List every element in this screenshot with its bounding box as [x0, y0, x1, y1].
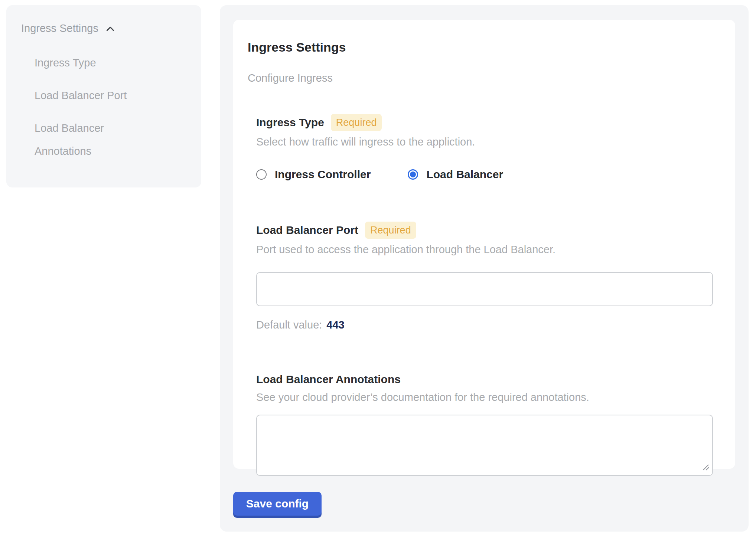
field-load-balancer-annotations-header: Load Balancer Annotations	[256, 372, 713, 386]
radio-selected-icon	[408, 169, 418, 180]
default-value-label: Default value:	[256, 319, 322, 331]
settings-panel: Ingress Settings Configure Ingress Ingre…	[220, 5, 749, 532]
load-balancer-port-input[interactable]	[256, 272, 713, 306]
sidebar-item-load-balancer-port[interactable]: Load Balancer Port	[35, 84, 157, 107]
radio-option-ingress-controller[interactable]: Ingress Controller	[256, 168, 371, 181]
form-fields: Ingress Type Required Select how traffic…	[256, 114, 713, 476]
load-balancer-annotations-textarea[interactable]	[256, 415, 713, 476]
page-title: Ingress Settings	[248, 40, 713, 55]
ingress-type-radio-group: Ingress Controller Load Balancer	[256, 168, 713, 181]
chevron-up-icon	[104, 23, 116, 35]
sidebar-item-ingress-type[interactable]: Ingress Type	[35, 51, 157, 74]
field-load-balancer-port-header: Load Balancer Port Required	[256, 222, 713, 239]
radio-unselected-icon	[256, 169, 267, 180]
settings-nav-sidebar: Ingress Settings Ingress Type Load Balan…	[6, 5, 201, 187]
sidebar-item-load-balancer-annotations[interactable]: Load Balancer Annotations	[35, 117, 157, 163]
field-description: Select how traffic will ingress to the a…	[256, 135, 713, 149]
annotations-textarea-wrap	[256, 415, 713, 476]
sidebar-section-label: Ingress Settings	[21, 22, 98, 35]
radio-option-label: Ingress Controller	[275, 168, 371, 181]
required-badge: Required	[365, 222, 416, 239]
required-badge: Required	[331, 114, 382, 131]
radio-option-load-balancer[interactable]: Load Balancer	[408, 168, 503, 181]
default-value-number: 443	[326, 319, 344, 331]
save-config-button[interactable]: Save config	[233, 492, 322, 516]
field-label: Load Balancer Annotations	[256, 372, 401, 386]
sidebar-item-list: Ingress Type Load Balancer Port Load Bal…	[21, 51, 186, 163]
field-ingress-type: Ingress Type Required Select how traffic…	[256, 114, 713, 181]
field-ingress-type-header: Ingress Type Required	[256, 114, 713, 131]
field-label: Load Balancer Port	[256, 223, 358, 237]
ingress-settings-card: Ingress Settings Configure Ingress Ingre…	[233, 20, 735, 469]
field-description: See your cloud provider’s documentation …	[256, 390, 713, 404]
page-subtitle: Configure Ingress	[248, 72, 713, 84]
field-load-balancer-annotations: Load Balancer Annotations See your cloud…	[256, 372, 713, 476]
field-label: Ingress Type	[256, 115, 324, 130]
default-value-line: Default value:443	[256, 318, 713, 331]
field-description: Port used to access the application thro…	[256, 242, 713, 257]
sidebar-section-toggle[interactable]: Ingress Settings	[21, 22, 186, 35]
radio-option-label: Load Balancer	[426, 168, 503, 181]
field-load-balancer-port: Load Balancer Port Required Port used to…	[256, 222, 713, 331]
